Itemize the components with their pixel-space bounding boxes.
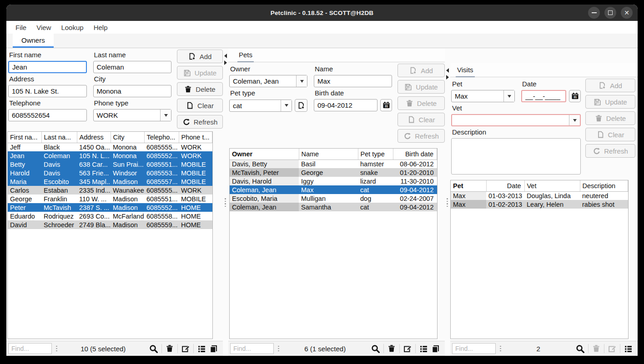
cell[interactable]: 563 Frie... [77, 169, 111, 177]
copy-icon[interactable] [431, 344, 439, 353]
cell[interactable]: 6085552... [144, 151, 179, 160]
search-icon[interactable] [371, 344, 380, 353]
column-header-birth-date[interactable]: Birth date [393, 149, 437, 160]
cell[interactable]: 11-30-2010 [393, 177, 437, 185]
cell[interactable]: Madison [111, 194, 144, 203]
minimize-button[interactable] [588, 7, 600, 19]
split-divider[interactable] [445, 48, 450, 356]
cell[interactable]: Betty [8, 160, 41, 169]
grip-dots[interactable] [278, 346, 279, 352]
tab-owners[interactable]: Owners [13, 34, 54, 48]
cell[interactable]: Madison [111, 220, 144, 229]
cell[interactable]: 345 Mapl... [77, 177, 111, 186]
cell[interactable]: Franklin [41, 194, 77, 203]
cell[interactable]: 01-03-2013 [486, 191, 524, 200]
cell[interactable]: HOME [179, 220, 212, 229]
cell[interactable]: Leary, Helen [524, 200, 580, 209]
menu-lookup[interactable]: Lookup [56, 22, 88, 33]
pets-delete-button[interactable]: Delete [397, 96, 445, 110]
visits-update-button[interactable]: Update [585, 95, 635, 109]
edit-icon[interactable] [181, 344, 190, 353]
cell[interactable]: Madison [111, 203, 144, 212]
birth-date-input[interactable] [314, 99, 377, 111]
cell[interactable]: Carlos [8, 186, 41, 194]
column-header-address[interactable]: Address [77, 132, 111, 143]
cell[interactable]: 6085551... [144, 194, 179, 203]
list-icon[interactable] [197, 344, 206, 353]
visit-date-input[interactable] [521, 90, 566, 102]
cell[interactable]: 6085558... [144, 212, 179, 220]
cell[interactable]: McTavish, Peter [230, 168, 299, 177]
pets-update-button[interactable]: Update [397, 80, 445, 94]
cell[interactable]: WORK [179, 143, 212, 151]
column-header-pet-type[interactable]: Pet type [358, 149, 393, 160]
cell[interactable]: 2335 Ind... [77, 186, 111, 194]
column-header-owner[interactable]: Owner [230, 149, 299, 160]
cell[interactable]: 08-06-2012 [393, 160, 437, 168]
cell[interactable]: David [8, 220, 41, 229]
search-icon[interactable] [576, 344, 584, 353]
cell[interactable]: Max [451, 191, 486, 200]
table-row[interactable]: Coleman, JeanMaxcat09-04-2012 [230, 185, 437, 194]
cell[interactable]: MOBILE [179, 169, 212, 177]
close-button[interactable]: ✕ [621, 7, 633, 19]
cell[interactable]: Schroeder [41, 220, 77, 229]
window-titlebar[interactable]: Petclinic - 0.18.52 - SCOTT@H2DB ✕ [6, 5, 638, 21]
table-row[interactable]: Max01-02-2013Leary, Helenrabies shot [451, 200, 628, 209]
cell[interactable]: WORK [179, 186, 212, 194]
table-row[interactable]: PeterMcTavish2387 S. ...Madison6085552..… [8, 203, 212, 212]
cell[interactable]: Coleman, Jean [230, 185, 299, 194]
menu-file[interactable]: File [10, 22, 31, 33]
cell[interactable]: hamster [358, 160, 393, 168]
column-header-pet[interactable]: Pet [451, 180, 486, 191]
trash-icon[interactable] [387, 344, 396, 353]
owners-add-button[interactable]: Add [177, 50, 223, 63]
cell[interactable]: 1450 Oa... [77, 143, 111, 151]
cell[interactable]: 09-04-2012 [393, 203, 437, 211]
list-icon[interactable] [624, 344, 632, 353]
tab-pets[interactable]: Pets [237, 51, 254, 62]
table-row[interactable]: EduardoRodriquez2693 Co...McFarland60855… [8, 212, 212, 220]
cell[interactable]: HOME [179, 203, 212, 212]
calendar-icon[interactable] [569, 90, 581, 102]
pet-name-input[interactable] [314, 75, 392, 87]
cell[interactable]: Coleman [41, 151, 77, 160]
pets-refresh-button[interactable]: Refresh [397, 129, 445, 143]
cell[interactable]: 02-24-2007 [393, 194, 437, 203]
column-header-telephone[interactable]: Telepho... [144, 132, 179, 143]
collapse-right-icon[interactable] [446, 75, 449, 80]
visits-add-button[interactable]: Add [585, 79, 635, 92]
address-input[interactable] [8, 85, 87, 97]
pets-add-button[interactable]: Add [397, 64, 445, 77]
collapse-left-icon[interactable] [224, 54, 227, 58]
telephone-input[interactable] [8, 109, 87, 121]
calendar-icon[interactable] [380, 99, 392, 111]
cell[interactable]: Maria [8, 177, 41, 186]
cell[interactable]: Jean [8, 151, 41, 160]
cell[interactable]: Mulligan [299, 194, 358, 203]
add-pet-type-button[interactable] [295, 99, 307, 112]
cell[interactable]: 6085557... [144, 177, 179, 186]
cell[interactable]: Max [299, 185, 358, 194]
column-header-first-name[interactable]: First na... [8, 132, 41, 143]
cell[interactable]: Waunakee [111, 186, 144, 194]
visit-pet-select[interactable]: Max [451, 90, 515, 102]
cell[interactable]: Black [41, 143, 77, 151]
copy-icon[interactable] [209, 344, 217, 353]
cell[interactable]: WORK [179, 151, 212, 160]
cell[interactable]: 6085552... [144, 203, 179, 212]
cell[interactable]: 6085555... [144, 186, 179, 194]
table-row[interactable]: BettyDavis638 Car...Sun Prai...6085551..… [8, 160, 212, 169]
vet-select[interactable] [451, 114, 581, 126]
owner-select[interactable]: Coleman, Jean [229, 75, 307, 87]
table-row[interactable]: Davis, BettyBasilhamster08-06-2012 [230, 160, 437, 168]
list-icon[interactable] [419, 344, 428, 353]
cell[interactable]: McFarland [111, 212, 144, 220]
grip-dots[interactable] [225, 198, 226, 207]
tab-visits[interactable]: Visits [456, 66, 475, 77]
table-row[interactable]: CarlosEstaban2335 Ind...Waunakee6085555.… [8, 186, 212, 194]
table-row[interactable]: HaroldDavis563 Frie...Windsor6085553...M… [8, 169, 212, 177]
cell[interactable]: Davis [41, 160, 77, 169]
first-name-input[interactable] [8, 61, 87, 73]
owners-refresh-button[interactable]: Refresh [177, 115, 223, 129]
